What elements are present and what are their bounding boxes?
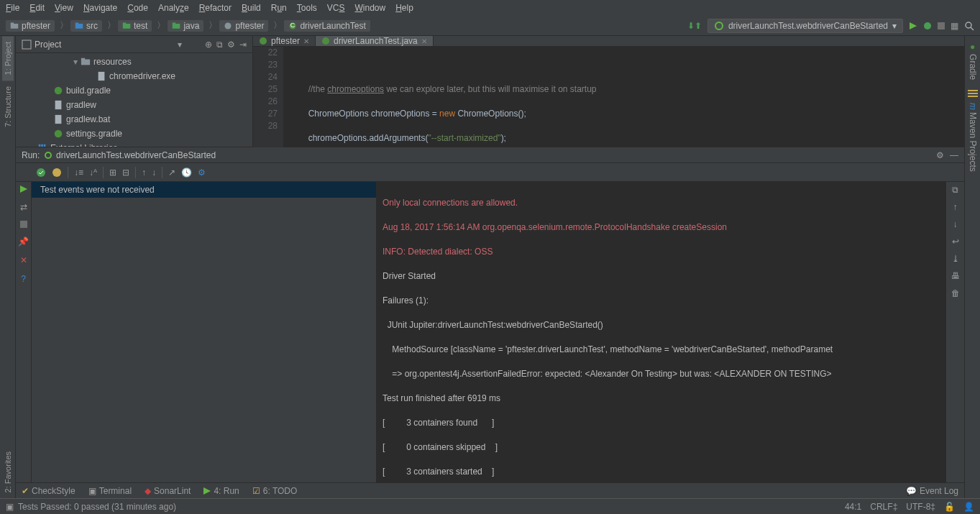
- stop-icon[interactable]: [20, 221, 27, 228]
- tab-project[interactable]: 1: Project: [2, 36, 14, 81]
- sort-alpha-icon[interactable]: ↓ᴬ: [89, 167, 97, 178]
- lock-icon[interactable]: 🔓: [944, 502, 955, 512]
- menu-file[interactable]: File: [6, 3, 19, 13]
- trash-icon[interactable]: 🗑: [951, 288, 960, 298]
- search-icon[interactable]: [964, 21, 974, 31]
- prev-icon[interactable]: ↑: [142, 167, 146, 178]
- settings-icon[interactable]: ⚙: [198, 167, 206, 178]
- tab-pftester[interactable]: pftester ✕: [253, 36, 316, 46]
- tool-windows-icon[interactable]: ▣: [6, 502, 14, 512]
- tab-run[interactable]: 4: Run: [203, 486, 239, 496]
- project-tree[interactable]: ▾ resources chromedriver.exe build.gradl…: [16, 53, 252, 147]
- menu-refactor[interactable]: Refactor: [199, 3, 232, 13]
- show-ignored-icon[interactable]: [52, 167, 62, 178]
- collapse-all-icon[interactable]: ⊟: [122, 167, 129, 178]
- stop-icon[interactable]: [938, 22, 945, 29]
- gear-icon[interactable]: ⚙: [227, 40, 235, 50]
- menu-navigate[interactable]: Navigate: [83, 3, 117, 13]
- tab-driverlaunchtest[interactable]: driverLaunchTest.java ✕: [316, 36, 434, 46]
- class-icon: C: [288, 22, 297, 30]
- file-encoding[interactable]: UTF-8‡: [906, 502, 935, 512]
- tab-checkstyle[interactable]: ✔CheckStyle: [22, 486, 75, 496]
- menu-analyze[interactable]: Analyze: [158, 3, 189, 13]
- tab-favorites[interactable]: 2: Favorites: [2, 446, 14, 498]
- tab-sonarlint[interactable]: ◆SonarLint: [145, 486, 191, 496]
- project-structure-icon[interactable]: ▦: [951, 21, 958, 31]
- tab-terminal[interactable]: ▣Terminal: [88, 486, 132, 496]
- tab-event-log[interactable]: 💬Event Log: [906, 486, 958, 496]
- crumb-class[interactable]: C driverLaunchTest: [284, 20, 370, 32]
- tree-folder-resources[interactable]: ▾ resources: [16, 55, 252, 69]
- down-icon[interactable]: ↓: [953, 219, 958, 229]
- tree-file-gradlew-bat[interactable]: gradlew.bat: [16, 112, 252, 127]
- tab-maven[interactable]: m Maven Projects: [966, 97, 979, 178]
- line-separator[interactable]: CRLF‡: [870, 502, 897, 512]
- tree-file-gradlew[interactable]: gradlew: [16, 98, 252, 112]
- inspection-icon[interactable]: 👤: [963, 502, 974, 512]
- caret-position[interactable]: 44:1: [845, 502, 861, 512]
- close-icon[interactable]: ✕: [303, 37, 309, 45]
- crumb-project[interactable]: pftester: [6, 20, 55, 32]
- crumb-java[interactable]: java: [168, 20, 203, 32]
- crumb-src[interactable]: src: [70, 20, 102, 32]
- svg-point-31: [37, 168, 45, 177]
- console-output[interactable]: Only local connections are allowed. Aug …: [377, 182, 945, 482]
- expand-all-icon[interactable]: ⊞: [109, 167, 116, 178]
- tab-structure[interactable]: 7: Structure: [2, 81, 14, 133]
- history-icon[interactable]: 🕓: [181, 167, 192, 178]
- menu-tools[interactable]: Tools: [297, 3, 317, 13]
- menu-edit[interactable]: Edit: [29, 3, 45, 13]
- sort-down-icon[interactable]: ↓≡: [74, 167, 83, 178]
- hide-icon[interactable]: —: [950, 150, 958, 160]
- menu-build[interactable]: Build: [242, 3, 261, 13]
- collapse-icon[interactable]: ⧉: [216, 40, 223, 50]
- target-icon[interactable]: ⊕: [205, 40, 212, 50]
- build-icon[interactable]: ⬇⬆: [687, 21, 702, 31]
- rerun-icon[interactable]: [19, 185, 28, 193]
- menu-run[interactable]: Run: [271, 3, 287, 13]
- chevron-icon: 〉: [107, 19, 116, 32]
- tree-file-build-gradle[interactable]: build.gradle: [16, 83, 252, 98]
- toggle-icon[interactable]: ⇄: [20, 202, 27, 212]
- editor: pftester ✕ driverLaunchTest.java ✕ 22 23…: [253, 36, 964, 147]
- compare-icon[interactable]: ⧉: [952, 185, 958, 195]
- wrap-icon[interactable]: ↩: [952, 237, 959, 247]
- up-icon[interactable]: ↑: [953, 202, 958, 212]
- svg-rect-34: [20, 221, 27, 228]
- tree-file-settings-gradle[interactable]: settings.gradle: [16, 127, 252, 141]
- close-icon[interactable]: ✕: [20, 255, 27, 265]
- help-icon[interactable]: ?: [21, 274, 26, 284]
- menu-vcs[interactable]: VCS: [327, 3, 345, 13]
- scroll-icon[interactable]: ⤓: [952, 254, 959, 264]
- show-passed-icon[interactable]: [36, 167, 46, 178]
- menu-help[interactable]: Help: [395, 3, 413, 13]
- svg-point-29: [322, 37, 329, 45]
- crumb-test[interactable]: test: [118, 20, 152, 32]
- run-icon[interactable]: [909, 22, 917, 30]
- crumb-package[interactable]: pftester: [219, 20, 268, 32]
- tab-gradle[interactable]: ● Gradle: [966, 36, 979, 86]
- debug-icon[interactable]: [923, 22, 932, 30]
- export-icon[interactable]: ↗: [168, 167, 175, 178]
- run-panel: Run: driverLaunchTest.webdriverCanBeStar…: [16, 147, 964, 482]
- svg-point-30: [45, 152, 51, 158]
- menu-view[interactable]: View: [55, 3, 73, 13]
- expand-icon[interactable]: ▸: [30, 143, 35, 147]
- tree-file-chromedriver[interactable]: chromedriver.exe: [16, 69, 252, 83]
- gear-icon[interactable]: ⚙: [936, 150, 944, 160]
- close-icon[interactable]: ✕: [421, 37, 427, 45]
- tree-external-libraries[interactable]: ▸ External Libraries: [16, 141, 252, 147]
- chevron-icon: 〉: [157, 19, 165, 32]
- chevron-down-icon[interactable]: ▾: [178, 40, 182, 50]
- test-tree[interactable]: Test events were not received: [32, 182, 377, 482]
- expand-icon[interactable]: ▾: [73, 57, 78, 67]
- print-icon[interactable]: 🖶: [951, 271, 960, 281]
- hide-icon[interactable]: ⇥: [239, 40, 247, 50]
- menu-window[interactable]: Window: [354, 3, 385, 13]
- next-icon[interactable]: ↓: [152, 167, 156, 178]
- run-configuration-dropdown[interactable]: driverLaunchTest.webdriverCanBeStarted ▾: [707, 19, 903, 33]
- tab-todo[interactable]: ☑6: TODO: [252, 486, 298, 496]
- menu-code[interactable]: Code: [127, 3, 148, 13]
- pin-icon[interactable]: 📌: [18, 237, 29, 247]
- test-tree-row[interactable]: Test events were not received: [32, 182, 376, 198]
